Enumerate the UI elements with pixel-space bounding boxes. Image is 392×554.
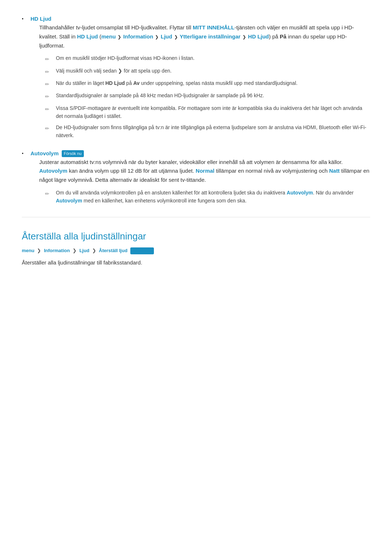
autovolym-title: Autovolym: [30, 150, 59, 156]
try-now-badge-1: Försök nu: [62, 150, 84, 157]
ljud-link: Ljud: [161, 33, 172, 40]
breadcrumb-sep-1: ❯: [37, 248, 42, 253]
breadcrumb: menu ❯ Information ❯ Ljud ❯ Återställ lj…: [22, 247, 370, 255]
autovolym-note-item: ✏ Om du vill använda volymkontrollen på …: [45, 189, 370, 205]
aterstalla-description: Återställer alla ljudinställningar till …: [22, 258, 370, 267]
pencil-icon-3: ✏: [45, 80, 52, 88]
hd-ljud-description: Tillhandahåller tv-ljudet omsamplat till…: [39, 23, 370, 50]
aterstalla-heading: Återställa alla ljudinställningar: [22, 229, 370, 244]
pencil-icon-7: ✏: [45, 190, 52, 198]
arrow-2: ❯: [154, 34, 160, 40]
arrow-4: ❯: [241, 34, 248, 40]
note-text-5: Vissa S/PDIF-mottagare är eventuellt int…: [56, 104, 370, 120]
autovolym-desc-paragraph: Justerar automatiskt tv:ns volymnivå när…: [39, 158, 370, 185]
mitt-innehall-link: MITT INNEHÅLL: [193, 24, 234, 30]
autovolym-title-line: Autovolym Försök nu: [30, 149, 370, 158]
pencil-icon-2: ✏: [45, 68, 52, 76]
pencil-icon-1: ✏: [45, 55, 52, 63]
hd-ljud-desc-paragraph: Tillhandahåller tv-ljudet omsamplat till…: [39, 23, 370, 50]
hd-ljud-notes: ✏ Om en musikfil stödjer HD-ljudformat v…: [45, 54, 370, 139]
hd-ljud-content: HD Ljud Tillhandahåller tv-ljudet omsamp…: [30, 15, 370, 143]
note-text-3: När du ställer in läget HD Ljud på Av un…: [56, 79, 370, 87]
autovolym-note-text: Om du vill använda volymkontrollen på en…: [56, 189, 370, 205]
breadcrumb-sep-2: ❯: [73, 248, 78, 253]
normal-link: Normal: [196, 168, 215, 174]
autovolym-content: Autovolym Försök nu Justerar automatiskt…: [30, 149, 370, 209]
hd-ljud-inline-link: HD Ljud: [77, 33, 98, 40]
autovolym-note-link2: Autovolym: [56, 198, 82, 204]
breadcrumb-aterstall: Återställ ljud: [99, 248, 127, 253]
autovolym-inline-link1: Autovolym: [39, 168, 68, 174]
autovolym-note-end: med en källenhet, kan enhetens volymkont…: [82, 198, 246, 204]
note-item-1: ✏ Om en musikfil stödjer HD-ljudformat v…: [45, 54, 370, 63]
note-item-5: ✏ Vissa S/PDIF-mottagare är eventuellt i…: [45, 104, 370, 120]
hd-ljud-section: ● HD Ljud Tillhandahåller tv-ljudet omsa…: [22, 15, 370, 208]
try-now-badge-2: Försök nu: [130, 247, 154, 255]
autovolym-bullet: ● Autovolym Försök nu Justerar automatis…: [22, 149, 370, 209]
hd-ljud-bullet: ● HD Ljud Tillhandahåller tv-ljudet omsa…: [22, 15, 370, 143]
pencil-icon-4: ✏: [45, 93, 52, 100]
breadcrumb-ljud: Ljud: [79, 248, 89, 253]
menu-link: menu: [101, 33, 116, 40]
paren-open: (: [98, 33, 101, 40]
breadcrumb-information: Information: [44, 248, 70, 253]
pencil-icon-6: ✏: [45, 124, 52, 132]
desc-text-1: Tillhandahåller tv-ljudet omsamplat till…: [39, 24, 193, 30]
bullet-dot: ●: [22, 17, 25, 21]
note-text-2: Välj musikfil och välj sedan ❯ för att s…: [56, 67, 370, 75]
hd-ljud-link2: HD Ljud: [248, 33, 269, 40]
bullet-dot-2: ●: [22, 151, 25, 156]
autovolym-note-middle: . När du använder: [313, 190, 354, 196]
note-item-3: ✏ När du ställer in läget HD Ljud på Av …: [45, 79, 370, 88]
note-item-2: ✏ Välj musikfil och välj sedan ❯ för att…: [45, 67, 370, 76]
note-text-4: Standardljudsignaler är samplade på 48 k…: [56, 92, 370, 100]
autovolym-note-1: Om du vill använda volymkontrollen på en…: [56, 190, 287, 196]
autovolym-note-link1: Autovolym: [287, 190, 313, 196]
note-item-4: ✏ Standardljudsignaler är samplade på 48…: [45, 92, 370, 100]
arrow-1: ❯: [117, 34, 123, 40]
note-text-6: De HD-ljudsignaler som finns tillgänglig…: [56, 124, 370, 139]
natt-link: Natt: [329, 168, 340, 174]
autovolym-desc-3: tillämpar en normal nivå av volymjusteri…: [215, 168, 329, 174]
breadcrumb-menu: menu: [22, 248, 34, 253]
note-item-6: ✏ De HD-ljudsignaler som finns tillgängl…: [45, 124, 370, 139]
pa-bold: På: [280, 33, 286, 40]
hd-ljud-title: HD Ljud: [30, 15, 370, 23]
information-link: Information: [123, 33, 154, 40]
section-divider: [22, 217, 370, 217]
autovolym-desc-2: kan ändra volym upp till 12 dB för att u…: [68, 168, 196, 174]
note-text-1: Om en musikfil stödjer HD-ljudformat vis…: [56, 54, 370, 62]
autovolym-description: Justerar automatiskt tv:ns volymnivå när…: [39, 158, 370, 185]
aterstalla-section: Återställa alla ljudinställningar menu ❯…: [22, 229, 370, 267]
autovolym-desc-1: Justerar automatiskt tv:ns volymnivå när…: [39, 159, 343, 165]
ytterligare-link: Ytterligare inställningar: [180, 33, 241, 40]
autovolym-notes: ✏ Om du vill använda volymkontrollen på …: [45, 189, 370, 205]
arrow-3: ❯: [173, 34, 179, 40]
pencil-icon-5: ✏: [45, 105, 52, 113]
pa-text: på: [271, 33, 280, 40]
breadcrumb-sep-3: ❯: [92, 248, 98, 253]
